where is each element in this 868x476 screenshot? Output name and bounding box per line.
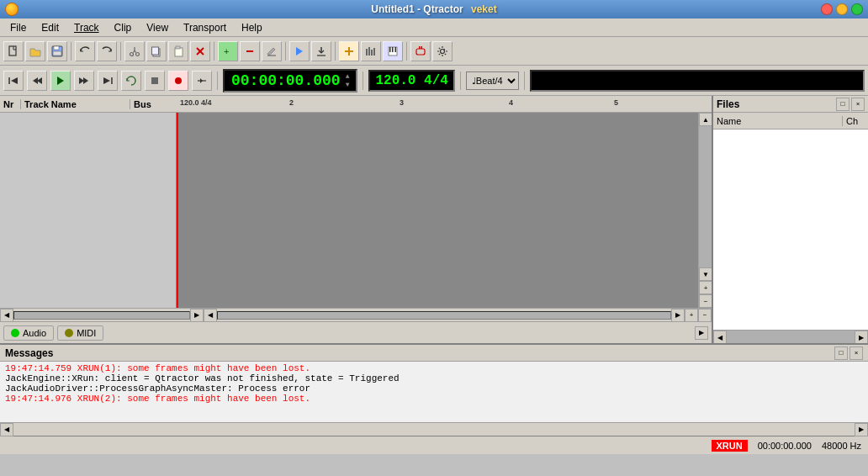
separator2 bbox=[120, 42, 121, 61]
messages-restore-btn[interactable]: □ bbox=[834, 346, 848, 360]
undo-button[interactable] bbox=[75, 41, 95, 61]
mixdown-button[interactable] bbox=[289, 41, 310, 61]
snap-button[interactable] bbox=[339, 41, 359, 61]
cut-button[interactable] bbox=[124, 41, 145, 61]
files-scroll-right[interactable]: ▶ bbox=[855, 331, 868, 343]
message-line-2: JackEngine::XRun: client = Qtractor was … bbox=[5, 373, 863, 383]
close-button[interactable] bbox=[821, 3, 833, 15]
menu-transport[interactable]: Transport bbox=[177, 20, 233, 35]
scroll-left-timeline[interactable]: ◀ bbox=[204, 309, 217, 322]
svg-rect-10 bbox=[152, 47, 159, 55]
scroll-up-btn[interactable]: ▲ bbox=[699, 113, 712, 126]
files-body[interactable] bbox=[713, 130, 868, 330]
messages-controls: □ × bbox=[834, 346, 863, 360]
play-button[interactable] bbox=[50, 71, 71, 91]
save-button[interactable] bbox=[47, 41, 67, 61]
scroll-down-btn[interactable]: ▼ bbox=[699, 267, 712, 281]
msg-scroll-right[interactable]: ▶ bbox=[855, 423, 868, 436]
loop-button[interactable] bbox=[121, 71, 141, 91]
col-nr-header: Nr bbox=[0, 99, 21, 109]
menu-help[interactable]: Help bbox=[235, 20, 269, 35]
audio-tab[interactable]: Audio bbox=[3, 325, 54, 341]
files-hscroll[interactable]: ◀ ▶ bbox=[713, 330, 868, 343]
menu-track[interactable]: Track bbox=[67, 20, 106, 35]
time-arrows[interactable]: ▲ ▼ bbox=[346, 72, 350, 89]
files-close-btn[interactable]: × bbox=[851, 98, 865, 111]
horizontal-scrollbar[interactable]: ◀ ▶ ◀ ▶ + − bbox=[0, 308, 712, 321]
status-bar: XRUN 00:00:00.000 48000 Hz bbox=[0, 436, 868, 454]
delete-button[interactable] bbox=[190, 41, 210, 61]
copy-button[interactable] bbox=[146, 41, 167, 61]
open-button[interactable] bbox=[25, 41, 45, 61]
paste-button[interactable] bbox=[168, 41, 188, 61]
title-text: Untitled1 - Qtractor bbox=[371, 3, 463, 15]
settings-button[interactable] bbox=[432, 41, 453, 61]
files-panel-header: Files □ × bbox=[713, 96, 868, 113]
maximize-button[interactable] bbox=[851, 3, 863, 15]
files-panel: Files □ × Name Ch ◀ ▶ bbox=[712, 96, 868, 343]
piano-roll-button[interactable] bbox=[383, 41, 403, 61]
track-list bbox=[0, 113, 177, 308]
time-value: 00:00:00.000 bbox=[231, 72, 341, 89]
scroll-thumb-v[interactable] bbox=[699, 126, 712, 267]
menu-file[interactable]: File bbox=[3, 20, 33, 35]
rewind-button[interactable] bbox=[27, 71, 47, 91]
separator5 bbox=[335, 42, 336, 61]
mixer-button[interactable] bbox=[361, 41, 381, 61]
menu-view[interactable]: View bbox=[140, 20, 175, 35]
col-bus-header: Bus bbox=[130, 99, 177, 109]
track-list-hscroll[interactable] bbox=[13, 311, 190, 320]
scroll-right-timeline[interactable]: ▶ bbox=[671, 309, 685, 322]
time-down-arrow[interactable]: ▼ bbox=[346, 81, 350, 89]
redo-button[interactable] bbox=[97, 41, 117, 61]
files-scroll-left[interactable]: ◀ bbox=[713, 331, 727, 343]
record-button[interactable] bbox=[168, 71, 188, 91]
beat-select[interactable]: ♩Beat/4 bbox=[466, 71, 519, 90]
messages-content: 19:47:14.759 XRUN(1): some frames might … bbox=[0, 362, 868, 422]
zoom-out-v[interactable]: − bbox=[699, 294, 712, 308]
col-name-header: Track Name bbox=[21, 99, 130, 109]
punch-button[interactable] bbox=[192, 71, 212, 91]
export-button[interactable] bbox=[311, 41, 331, 61]
stop-button[interactable] bbox=[145, 71, 165, 91]
files-panel-controls: □ × bbox=[836, 98, 865, 111]
rewind-to-start[interactable] bbox=[3, 71, 24, 91]
edit-clip-button[interactable] bbox=[262, 41, 282, 61]
audio-midi-play[interactable]: ▶ bbox=[695, 326, 708, 340]
msg-scroll-left[interactable]: ◀ bbox=[0, 423, 13, 436]
zoom-in-v[interactable]: + bbox=[699, 281, 712, 294]
ruler-mark-1: 120.0 4/4 bbox=[180, 98, 212, 107]
svg-rect-33 bbox=[421, 46, 423, 49]
menu-edit[interactable]: Edit bbox=[34, 20, 66, 35]
plugin-button[interactable] bbox=[410, 41, 431, 61]
svg-rect-28 bbox=[389, 47, 391, 52]
time-up-arrow[interactable]: ▲ bbox=[346, 72, 350, 81]
forward-to-end[interactable] bbox=[98, 71, 118, 91]
remove-track-button[interactable] bbox=[240, 41, 260, 61]
forward-button[interactable] bbox=[74, 71, 94, 91]
track-column-header: Nr Track Name Bus 120.0 4/4 2 3 4 5 bbox=[0, 96, 712, 113]
scroll-right-track[interactable]: ▶ bbox=[190, 309, 204, 322]
messages-scrollbar[interactable]: ◀ ▶ bbox=[0, 422, 868, 436]
svg-point-4 bbox=[130, 52, 134, 56]
midi-tab[interactable]: MIDI bbox=[57, 325, 103, 341]
svg-line-7 bbox=[135, 50, 136, 53]
messages-close-btn[interactable]: × bbox=[849, 346, 863, 360]
canvas-area[interactable] bbox=[177, 113, 698, 308]
timeline-hscroll[interactable] bbox=[217, 311, 671, 320]
files-scroll-track[interactable] bbox=[727, 331, 855, 343]
vertical-scrollbar[interactable]: ▲ ▼ + − bbox=[698, 113, 712, 308]
svg-marker-36 bbox=[11, 77, 18, 84]
toolbar1: + bbox=[0, 37, 868, 66]
menu-clip[interactable]: Clip bbox=[108, 20, 139, 35]
files-restore-btn[interactable]: □ bbox=[836, 98, 849, 111]
zoom-out-h[interactable]: − bbox=[698, 309, 712, 322]
toolbar2: 00:00:00.000 ▲ ▼ 120.0 4/4 ♩Beat/4 bbox=[0, 66, 868, 96]
zoom-in-h[interactable]: + bbox=[685, 309, 698, 322]
svg-rect-31 bbox=[416, 49, 425, 55]
audio-dot bbox=[11, 329, 19, 337]
add-track-button[interactable]: + bbox=[218, 41, 238, 61]
minimize-button[interactable] bbox=[836, 3, 848, 15]
new-button[interactable] bbox=[3, 41, 24, 61]
scroll-left-track[interactable]: ◀ bbox=[0, 309, 13, 322]
